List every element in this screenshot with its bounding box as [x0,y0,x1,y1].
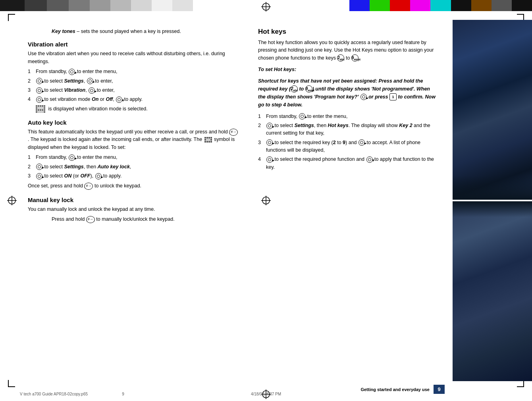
hot-step-4: 4 ► to select the required phone functio… [258,156,439,171]
key-9-inline: 9wxyz [305,85,312,93]
vibration-step-1: 1 From standby, ► to enter the menu, [28,68,238,75]
nav-icon-3: ► [87,78,93,84]
crosshair-top [261,2,271,12]
manual-lock-intro: You can manually lock and unlock the key… [28,206,238,213]
nav-icon-hk6: ▼ [366,156,373,163]
hot-keys-steps: 1 From standby, ► to enter the menu, 2 ►… [258,113,439,172]
hash-icon-3: #→ [86,216,95,223]
auto-key-lock-intro: This feature automatically locks the key… [28,128,238,151]
corner-mark-bl [8,380,15,387]
hot-keys-heading: Hot keys [258,28,439,36]
image-top [453,20,532,200]
vibration-steps: 1 From standby, ► to enter the menu, 2 ►… [28,68,238,104]
nav-icon-al4: ► [95,173,102,179]
hash-icon-2: #→ [84,183,93,190]
right-column: Hot keys The hot key function allows you… [254,20,447,381]
color-bar-left [0,0,214,11]
auto-lock-note: Once set, press and hold #→ to unlock th… [28,182,238,190]
manual-lock-note: Press and hold #→ to manually lock/unloc… [52,216,238,223]
hot-step-3: 3 ► to select the required key (2 to 9) … [258,139,439,154]
hash-icon: #→ [229,129,238,136]
key-9wxyz: 9wxyz [351,54,359,62]
nav-icon-2: ► [36,78,42,84]
footer-left: V tech a700 Guide APR18-02copy.p65 9 [20,392,124,396]
vibration-step-4: 4 ► to set vibration mode On or Off, ▼ t… [28,96,238,103]
key-2-inline: 2abc [291,85,298,93]
to-text: to [346,55,350,61]
nav-icon-hk3: ► [266,139,273,146]
nav-icon-al1: ► [69,154,75,161]
key-tones-para: Key tones – sets the sound played when a… [52,28,238,35]
to-set-label: To set Hot keys: [258,66,439,73]
color-bar-right [349,0,532,11]
corner-mark-tl [8,14,15,21]
footer-label: Getting started and everyday use [360,387,430,392]
nav-icon-al3: ► [36,173,42,179]
nav-icon-hk1: ► [299,113,305,120]
auto-key-lock-heading: Auto key lock [28,119,238,126]
auto-lock-step-1: 1 From standby, ► to enter the menu, [28,154,238,161]
vibration-intro: Use the vibration alert when you need to… [28,50,238,66]
auto-lock-step-2: 2 ► to select Settings, then Auto key lo… [28,163,238,171]
shortcut-note: Shortcut for keys that have not yet been… [258,77,439,109]
vibration-step-2: 2 ► to select Settings, ► to enter, [28,77,238,85]
image-bottom [453,201,532,381]
bottom-bar: Getting started and everyday use 9 [360,385,445,394]
key-2abc: 2abc [337,54,344,62]
manual-lock-heading: Manual key lock [28,197,238,203]
nav-icon-6: ► [36,96,42,103]
nav-icon-4: ► [36,87,42,94]
hot-keys-intro: The hot key function allows you to quick… [258,39,439,62]
vibration-heading: Vibration alert [28,41,238,48]
key-tones-text: – sets the sound played when a key is pr… [77,29,181,34]
nav-icon-5: ► [89,87,95,94]
right-images [453,20,532,381]
nav-icon-hk5: ► [266,156,273,163]
left-column: Key tones – sets the sound played when a… [20,20,250,381]
footer-right: 4/18/02, 4:37 PM [251,392,281,396]
vibration-note: is displayed when vibration mode is sele… [36,105,238,113]
nav-icon-al2: ► [36,164,42,170]
nav-icon: ► [69,69,75,75]
nav-icon-sk1: ► [360,94,367,100]
hot-step-2: 2 ► to select Settings, then Hot keys. T… [258,122,439,137]
key-tones-label: Key tones [52,29,75,34]
nav-icon-hk2: ► [266,123,273,129]
page-number: 9 [434,385,445,394]
hot-step-1: 1 From standby, ► to enter the menu, [258,113,439,120]
nav-icon-7: ▼ [116,96,122,103]
auto-lock-steps: 1 From standby, ► to enter the menu, 2 ►… [28,154,238,180]
vibration-step-3: 3 ► to select Vibration, ► to enter, [28,87,238,94]
nav-icon-hk4: ► [359,139,365,146]
auto-lock-step-3: 3 ► to select ON (or OFF), ► to apply. [28,172,238,180]
crosshair-left [7,196,17,205]
